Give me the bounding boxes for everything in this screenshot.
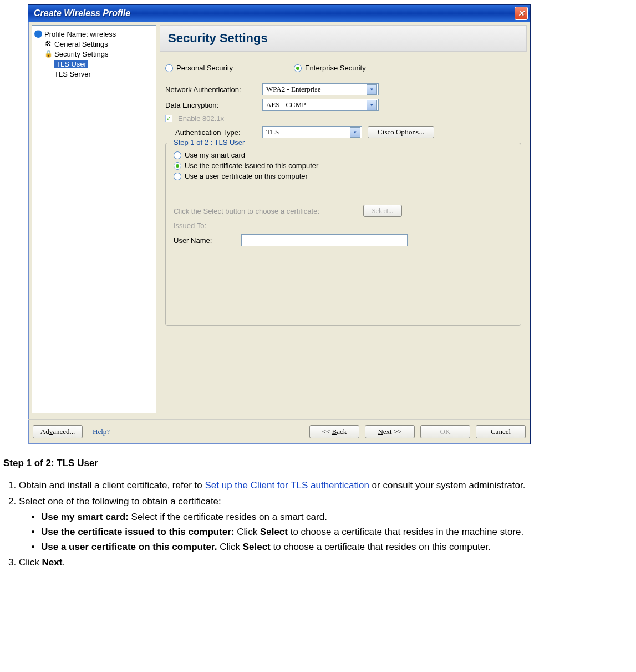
tree-item-security[interactable]: 🔒 Security Settings bbox=[34, 49, 154, 59]
radio-label: Use my smart card bbox=[185, 151, 245, 159]
gear-icon: 🛠 bbox=[44, 40, 52, 48]
button-label: OK bbox=[440, 427, 451, 436]
checkbox-enable-8021x: ✓ Enable 802.1x bbox=[165, 114, 521, 123]
cisco-options-button[interactable]: Cisco Options... bbox=[368, 126, 434, 138]
label-user-name: User Name: bbox=[174, 236, 235, 245]
doc-heading: Step 1 of 2: TLS User bbox=[3, 458, 633, 469]
tree-item-profile[interactable]: Profile Name: wireless bbox=[34, 29, 154, 39]
radio-use-smart-card[interactable]: Use my smart card bbox=[174, 151, 513, 159]
dialog-footer: Advanced... Help? << Back Next >> OK Can… bbox=[28, 419, 530, 444]
doc-bullet-user-cert: Use a user certificate on this computer.… bbox=[41, 540, 633, 554]
window-title: Create Wireless Profile bbox=[34, 8, 130, 18]
back-button[interactable]: << Back bbox=[309, 425, 359, 438]
radio-label: Personal Security bbox=[176, 64, 233, 72]
close-icon[interactable]: ✕ bbox=[515, 7, 528, 20]
cancel-button[interactable]: Cancel bbox=[476, 425, 526, 438]
radio-icon bbox=[165, 64, 173, 72]
radio-icon bbox=[294, 64, 302, 72]
tree-label: Profile Name: wireless bbox=[44, 30, 116, 38]
chevron-down-icon: ▾ bbox=[350, 127, 360, 138]
page-title: Security Settings bbox=[160, 25, 527, 52]
lock-icon: 🔒 bbox=[44, 50, 52, 58]
select-cert-button[interactable]: Select... bbox=[363, 205, 402, 217]
select-data-encryption[interactable]: AES - CCMP ▾ bbox=[262, 99, 379, 111]
tree-item-tls-server[interactable]: TLS Server bbox=[34, 69, 154, 79]
select-value: AES - CCMP bbox=[266, 100, 306, 109]
dialog-window: Create Wireless Profile ✕ Profile Name: … bbox=[28, 4, 531, 444]
doc-bullet-smart-card: Use my smart card: Select if the certifi… bbox=[41, 511, 633, 524]
user-name-input[interactable] bbox=[241, 234, 408, 246]
ok-button[interactable]: OK bbox=[420, 425, 470, 438]
titlebar[interactable]: Create Wireless Profile ✕ bbox=[28, 5, 530, 22]
doc-step-2: Select one of the following to obtain a … bbox=[19, 495, 633, 554]
label-select-cert: Click the Select button to choose a cert… bbox=[174, 207, 357, 215]
checkbox-icon: ✓ bbox=[165, 115, 172, 122]
next-button[interactable]: Next >> bbox=[365, 425, 415, 438]
wifi-icon bbox=[34, 30, 42, 38]
fieldset-legend: Step 1 of 2 : TLS User bbox=[171, 138, 247, 146]
doc-step-1: Obtain and install a client certificate,… bbox=[19, 479, 633, 493]
radio-label: Use the certificate issued to this compu… bbox=[185, 161, 318, 170]
tree-label: TLS Server bbox=[54, 70, 91, 78]
radio-enterprise-security[interactable]: Enterprise Security bbox=[294, 64, 366, 72]
label-data-encryption: Data Encryption: bbox=[165, 101, 257, 109]
doc-bullet-computer-cert: Use the certificate issued to this compu… bbox=[41, 526, 633, 539]
button-label: S bbox=[372, 207, 376, 215]
radio-personal-security[interactable]: Personal Security bbox=[165, 64, 233, 72]
radio-icon bbox=[174, 173, 181, 180]
label-network-auth: Network Authentication: bbox=[165, 85, 257, 94]
document-body: Step 1 of 2: TLS User Obtain and install… bbox=[0, 458, 636, 570]
select-auth-type[interactable]: TLS ▾ bbox=[262, 126, 362, 138]
button-label: isco Options... bbox=[383, 128, 424, 136]
tree-item-tls-user[interactable]: TLS User bbox=[34, 59, 154, 69]
help-link[interactable]: Help? bbox=[93, 427, 110, 436]
button-label: Cancel bbox=[491, 427, 511, 436]
radio-icon bbox=[174, 151, 181, 159]
tree-label: Security Settings bbox=[54, 50, 109, 58]
radio-label: Enterprise Security bbox=[305, 64, 366, 72]
radio-label: Use a user certificate on this computer bbox=[185, 172, 308, 180]
profile-tree[interactable]: Profile Name: wireless 🛠 General Setting… bbox=[32, 25, 156, 413]
select-network-auth[interactable]: WPA2 - Enterprise ▾ bbox=[262, 83, 379, 95]
link-tls-auth[interactable]: Set up the Client for TLS authentication bbox=[205, 480, 372, 491]
radio-icon bbox=[174, 162, 181, 170]
label-issued-to: Issued To: bbox=[174, 221, 235, 230]
label-auth-type: Authentication Type: bbox=[175, 128, 257, 137]
select-value: WPA2 - Enterprise bbox=[266, 85, 320, 94]
chevron-down-icon: ▾ bbox=[367, 100, 377, 110]
select-value: TLS bbox=[266, 128, 279, 137]
radio-use-user-cert[interactable]: Use a user certificate on this computer bbox=[174, 172, 513, 180]
advanced-button[interactable]: Advanced... bbox=[33, 425, 83, 438]
radio-use-computer-cert[interactable]: Use the certificate issued to this compu… bbox=[174, 161, 513, 170]
tree-item-general[interactable]: 🛠 General Settings bbox=[34, 39, 154, 49]
tls-user-fieldset: Step 1 of 2 : TLS User Use my smart card… bbox=[165, 143, 521, 326]
tree-label: General Settings bbox=[54, 40, 108, 48]
checkbox-label: Enable 802.1x bbox=[178, 114, 224, 123]
chevron-down-icon: ▾ bbox=[367, 84, 377, 95]
tree-label-selected: TLS User bbox=[54, 60, 88, 68]
doc-step-3: Click Next. bbox=[19, 556, 633, 570]
